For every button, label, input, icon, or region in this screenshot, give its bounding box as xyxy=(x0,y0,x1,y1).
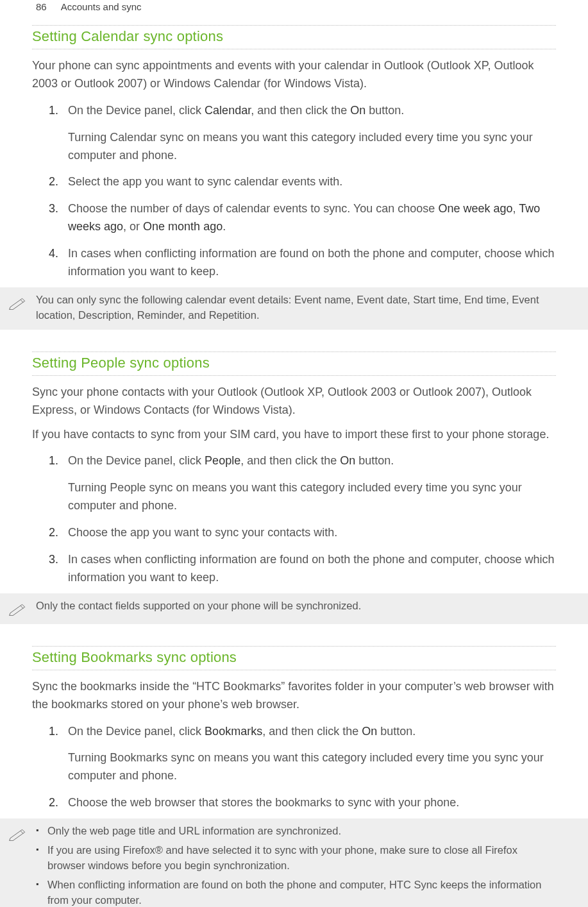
note-text: Only the contact fields supported on you… xyxy=(36,598,361,614)
t: , and then click the xyxy=(251,104,350,117)
page-content: Setting Calendar sync options Your phone… xyxy=(0,25,588,907)
t: On the Device panel, click xyxy=(68,454,205,467)
section-title-bookmarks: Setting Bookmarks sync options xyxy=(32,648,556,667)
section-people: Setting People sync options Sync your ph… xyxy=(0,352,588,593)
step-number: 1. xyxy=(49,723,58,741)
pencil-icon xyxy=(6,825,29,843)
t: On the Device panel, click xyxy=(68,104,205,117)
note-bullet: Only the web page title and URL informat… xyxy=(36,824,557,843)
t: button. xyxy=(355,454,394,467)
step-number: 1. xyxy=(49,452,58,470)
step-text: Choose the number of days of calendar ev… xyxy=(68,202,540,233)
t: , and then click the xyxy=(262,725,362,738)
note-bullet: If you are using Firefox® and have selec… xyxy=(36,843,557,877)
step-text: On the Device panel, click People, and t… xyxy=(68,454,394,467)
step-text: On the Device panel, click Bookmarks, an… xyxy=(68,725,416,738)
bold: Calendar xyxy=(205,104,251,117)
t: , xyxy=(512,202,519,215)
t: button. xyxy=(365,104,404,117)
step-text: Select the app you want to sync calendar… xyxy=(68,175,342,188)
note-bullet: When conflicting information are found o… xyxy=(36,877,557,907)
bold: Bookmarks xyxy=(205,725,262,738)
bold: One month ago xyxy=(143,220,223,233)
section-bookmarks: Setting Bookmarks sync options Sync the … xyxy=(0,646,588,818)
bold: On xyxy=(350,104,365,117)
section-title-people: Setting People sync options xyxy=(32,353,556,373)
spacer xyxy=(0,330,588,345)
section-intro-text: If you have contacts to sync from your S… xyxy=(32,426,556,444)
t: Choose the number of days of calendar ev… xyxy=(68,202,438,215)
divider xyxy=(32,49,556,49)
divider xyxy=(32,375,556,376)
divider xyxy=(32,670,556,670)
t: On the Device panel, click xyxy=(68,725,205,738)
divider xyxy=(32,646,556,647)
document-page: 86 Accounts and sync Setting Calendar sy… xyxy=(0,0,588,907)
divider xyxy=(32,352,556,352)
step-text: Choose the app you want to sync your con… xyxy=(68,526,337,539)
step-number: 1. xyxy=(49,102,58,120)
step-item: 3. Choose the number of days of calendar… xyxy=(68,198,556,242)
step-subtext: Turning Calendar sync on means you want … xyxy=(68,129,556,165)
section-intro-text: Sync your phone contacts with your Outlo… xyxy=(32,384,556,420)
note-box: Only the web page title and URL informat… xyxy=(0,818,588,907)
page-header: 86 Accounts and sync xyxy=(0,0,588,19)
bold: On xyxy=(362,725,377,738)
step-item: 2. Choose the web browser that stores th… xyxy=(68,792,556,818)
step-number: 2. xyxy=(49,794,58,812)
divider xyxy=(32,25,556,26)
pencil-icon xyxy=(6,600,29,618)
pencil-icon xyxy=(6,294,29,312)
step-item: 1. On the Device panel, click Calendar, … xyxy=(68,99,556,171)
step-item: 2. Select the app you want to sync calen… xyxy=(68,171,556,198)
steps-list: 1. On the Device panel, click Bookmarks,… xyxy=(32,720,556,819)
section-intro-text: Your phone can sync appointments and eve… xyxy=(32,57,556,93)
step-number: 4. xyxy=(49,245,58,263)
chapter-title: Accounts and sync xyxy=(61,1,142,12)
bold: One week ago xyxy=(438,202,512,215)
step-item: 2. Choose the app you want to sync your … xyxy=(68,521,556,548)
step-text: Choose the web browser that stores the b… xyxy=(68,796,459,809)
step-number: 3. xyxy=(49,200,58,218)
step-item: 4. In cases when conflicting information… xyxy=(68,242,556,287)
section-intro-text: Sync the bookmarks inside the “HTC Bookm… xyxy=(32,678,556,714)
section-calendar: Setting Calendar sync options Your phone… xyxy=(0,25,588,287)
steps-list: 1. On the Device panel, click Calendar, … xyxy=(32,99,556,287)
bold: People xyxy=(205,454,240,467)
spacer xyxy=(0,624,588,640)
note-text: You can only sync the following calendar… xyxy=(36,292,557,323)
t: . xyxy=(223,220,226,233)
step-subtext: Turning Bookmarks sync on means you want… xyxy=(68,749,556,785)
t: , or xyxy=(123,220,143,233)
t: button. xyxy=(377,725,416,738)
step-subtext: Turning People sync on means you want th… xyxy=(68,479,556,515)
note-bullets: Only the web page title and URL informat… xyxy=(36,824,557,907)
step-number: 2. xyxy=(49,524,58,542)
step-item: 3. In cases when conflicting information… xyxy=(68,548,556,593)
step-number: 2. xyxy=(49,173,58,191)
t: , and then click the xyxy=(240,454,340,467)
note-box: You can only sync the following calendar… xyxy=(0,287,588,330)
step-number: 3. xyxy=(49,551,58,569)
step-text: On the Device panel, click Calendar, and… xyxy=(68,104,404,117)
page-number: 86 xyxy=(36,1,47,12)
step-item: 1. On the Device panel, click Bookmarks,… xyxy=(68,720,556,792)
section-title-calendar: Setting Calendar sync options xyxy=(32,27,556,46)
bold: On xyxy=(340,454,355,467)
steps-list: 1. On the Device panel, click People, an… xyxy=(32,450,556,593)
step-text: In cases when conflicting information ar… xyxy=(68,553,555,584)
note-box: Only the contact fields supported on you… xyxy=(0,593,588,624)
step-text: In cases when conflicting information ar… xyxy=(68,247,555,278)
step-item: 1. On the Device panel, click People, an… xyxy=(68,450,556,521)
